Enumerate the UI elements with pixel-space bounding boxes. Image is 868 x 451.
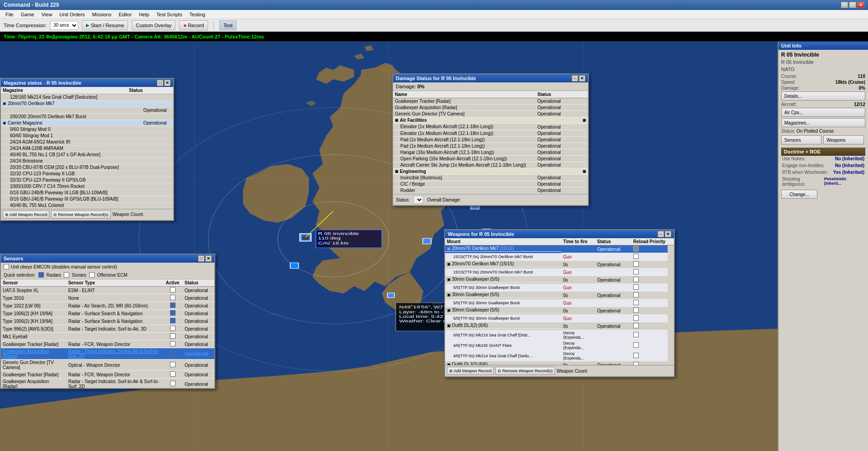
table-row[interactable]: ▣30mm Goalkeeper (5/5) 0s Operational bbox=[445, 292, 674, 299]
menu-help[interactable]: Help bbox=[135, 11, 153, 18]
table-row[interactable]: CIC / BridgeOperational bbox=[393, 181, 588, 187]
menu-editor[interactable]: Editor bbox=[115, 11, 135, 18]
priority-checkbox[interactable] bbox=[633, 362, 639, 365]
minimize-btn[interactable]: ─ bbox=[841, 2, 848, 8]
table-row[interactable]: Type 2016NoneOperational bbox=[1, 294, 214, 302]
table-row[interactable]: Open Parking (16x Medium Aircraft (12.1-… bbox=[393, 155, 588, 162]
active-checkbox[interactable] bbox=[170, 341, 175, 346]
menu-testing[interactable]: Testing bbox=[186, 11, 209, 18]
table-row[interactable]: UAT-5 Sceptre XLESM - ELINTOperational bbox=[1, 287, 214, 294]
damage-status-select[interactable] bbox=[413, 196, 423, 204]
active-checkbox[interactable] bbox=[170, 318, 175, 323]
magazine-scroll[interactable]: 128/160 Mk214 Sea Gnat Chaff [Seduction]… bbox=[1, 94, 173, 209]
magazines-btn[interactable]: Magazines... bbox=[781, 118, 865, 127]
table-row[interactable]: 15/15(TTF:0s) 20mm/70 Oerlikon Mk7 Burst… bbox=[445, 269, 674, 276]
priority-checkbox[interactable] bbox=[633, 269, 639, 274]
weapons-close-btn[interactable]: ✕ bbox=[665, 231, 671, 237]
table-row[interactable]: 0/16 GBU-24E/B Paveway III GPS/LGB [BLU-… bbox=[1, 196, 173, 202]
maximize-btn[interactable]: □ bbox=[849, 2, 856, 8]
table-row[interactable]: ▣Outfit DLJ(2) (6/6) 0s Operational bbox=[445, 361, 674, 365]
menu-view[interactable]: View bbox=[38, 11, 56, 18]
table-row[interactable]: Goalkeeper Acquisition [Radar]Radar - Ta… bbox=[1, 348, 214, 360]
table-row[interactable]: 15/15(TTF:0s) 20mm/70 Oerlikon Mk7 Burst… bbox=[445, 253, 674, 261]
table-row[interactable]: 128/160 Mk214 Sea Gnat Chaff [Seduction] bbox=[1, 94, 173, 101]
air-cps-btn[interactable]: Air Cps... bbox=[781, 108, 865, 117]
priority-checkbox[interactable] bbox=[633, 300, 639, 305]
table-row[interactable]: 60/60 Stingray Mod 1 bbox=[1, 132, 173, 139]
menu-file[interactable]: File bbox=[2, 11, 17, 18]
table-row[interactable]: Elevator (1x Medium Aircraft (12.1-18m L… bbox=[393, 130, 588, 136]
time-compression-select[interactable]: 30 secs 1 min 5 mins 15 mins 1 hr bbox=[50, 21, 78, 30]
table-row[interactable]: Elevator (1x Medium Aircraft (12.1-18m L… bbox=[393, 124, 588, 130]
active-checkbox[interactable] bbox=[170, 381, 175, 386]
table-row[interactable]: Goalkeeper Acquisition [Radar]Operationa… bbox=[393, 105, 588, 111]
priority-checkbox[interactable] bbox=[633, 353, 639, 358]
table-row[interactable]: Goalkeeper Tracker [Radar]Radar - FCR, W… bbox=[1, 341, 214, 348]
table-row[interactable]: Goalkeeper Acquisition [Radar]Radar - Ta… bbox=[1, 379, 214, 389]
table-row[interactable]: 32/32 CPU-123 Paveway II GPS/LGB bbox=[1, 177, 173, 183]
magazine-restore-btn[interactable]: □ bbox=[157, 80, 163, 86]
weapons-btn[interactable]: Weapons bbox=[823, 135, 863, 144]
table-row[interactable]: ▣Carrier MagazineOperational bbox=[1, 120, 173, 126]
table-row[interactable]: 200/200 20mm/70 Oerlikon Mk7 Burst bbox=[1, 113, 173, 120]
table-row[interactable]: ▣Outfit DLJ(2) (6/6) 0s Operational bbox=[445, 322, 674, 330]
table-row[interactable]: 5/5(TTF:0s) 30mm Goalkeeper Burst Gun bbox=[445, 315, 674, 322]
damage-close-btn[interactable]: ✕ bbox=[579, 75, 585, 82]
menu-test-scripts[interactable]: Test Scripts bbox=[153, 11, 186, 18]
weapons-scroll[interactable]: Mount Time to fire Status Reload Priorit… bbox=[445, 238, 674, 365]
active-checkbox[interactable] bbox=[170, 371, 175, 377]
test-btn[interactable]: Test bbox=[219, 20, 237, 30]
sensors-restore-btn[interactable]: □ bbox=[198, 255, 204, 262]
table-row[interactable]: 24/24 AGM-65G2 Maverick IR bbox=[1, 139, 173, 145]
table-row[interactable]: ▣30mm Goalkeeper (5/5) 0s Operational bbox=[445, 307, 674, 315]
priority-checkbox[interactable] bbox=[633, 277, 639, 282]
table-row[interactable]: ▣Engineering▣ bbox=[393, 168, 588, 175]
details-btn[interactable]: Details... bbox=[781, 91, 865, 101]
active-checkbox[interactable] bbox=[170, 310, 175, 316]
menu-missions[interactable]: Missions bbox=[89, 11, 115, 18]
sensors-btn[interactable]: Sensors bbox=[781, 135, 821, 144]
priority-checkbox[interactable] bbox=[633, 342, 639, 348]
table-row[interactable]: 4/6(TTF:0s) Mk214 Sea Gnat Chaff [Sedu..… bbox=[445, 351, 674, 361]
active-checkbox[interactable] bbox=[170, 362, 175, 367]
table-row[interactable]: ▣20mm/70 Oerlikon Mk7 bbox=[1, 101, 173, 107]
table-row[interactable]: Invincible [Illustrious]Operational bbox=[393, 175, 588, 181]
priority-checkbox[interactable] bbox=[633, 254, 639, 259]
active-checkbox[interactable] bbox=[170, 350, 175, 356]
table-row[interactable]: ▣30mm Goalkeeper (5/5) 0s Operational bbox=[445, 276, 674, 284]
table-row[interactable]: Generic Gun Director [TV Camera]Optical … bbox=[1, 360, 214, 371]
table-row[interactable]: RudderOperational bbox=[393, 187, 588, 194]
table-row[interactable]: Goalkeeper Tracker [Radar]Operational bbox=[393, 98, 588, 105]
table-row[interactable]: Operational bbox=[1, 107, 173, 113]
active-checkbox[interactable] bbox=[170, 302, 175, 308]
table-row[interactable]: 20/20 CBU-87/B CEM [202 x BLU-97/B Dual-… bbox=[1, 164, 173, 170]
table-row[interactable]: 5/5(TTF:0s) 30mm Goalkeeper Burst Gun bbox=[445, 284, 674, 292]
weapons-minimize-btn[interactable]: ─ bbox=[658, 231, 664, 237]
add-weapon-record-btn[interactable]: ⊕ Add Weapon Record bbox=[447, 367, 493, 375]
table-row[interactable]: 24/24 AIM-120B AMRAAM bbox=[1, 145, 173, 151]
table-row[interactable]: Aircraft Carrier Ski Jump (1x Medium Air… bbox=[393, 162, 588, 168]
table-row[interactable]: Goalkeeper Tracker [Radar]Radar - FCR, W… bbox=[1, 371, 214, 379]
table-row[interactable]: 24/24 Brimstone bbox=[1, 158, 173, 164]
menu-game[interactable]: Game bbox=[17, 11, 38, 18]
damage-scroll[interactable]: Name Status Goalkeeper Tracker [Radar]Op… bbox=[393, 91, 588, 194]
custom-overlay-btn[interactable]: Custom Overlay bbox=[132, 20, 175, 30]
priority-checkbox[interactable] bbox=[633, 307, 639, 313]
table-row[interactable]: 32/32 CPU-123 Paveway II LGB bbox=[1, 170, 173, 177]
magazine-close-btn[interactable]: ✕ bbox=[164, 80, 171, 86]
priority-checkbox[interactable] bbox=[633, 323, 639, 328]
table-row[interactable]: 0/16 GBU-24B/B Paveway III LGB [BLU-109A… bbox=[1, 189, 173, 196]
table-row[interactable]: ▣20mm/70 Oerlikon Mk7 (15/15) 0s Operati… bbox=[445, 261, 674, 269]
table-row[interactable]: Generic Gun Director [TV Camera]Operatio… bbox=[393, 111, 588, 117]
table-row[interactable]: 1000/1000 CRV-7 C14 70mm Rocket bbox=[1, 183, 173, 189]
priority-checkbox[interactable] bbox=[633, 246, 639, 251]
damage-minimize-btn[interactable]: ─ bbox=[572, 75, 578, 82]
table-row[interactable]: Hangar (16x Medium Aircraft (12.1-18m Lo… bbox=[393, 149, 588, 155]
priority-checkbox[interactable] bbox=[633, 332, 639, 337]
active-checkbox[interactable] bbox=[170, 287, 175, 293]
map-area[interactable]: ⬛ R 05 Invincible 110 deg CAV 18.kts bbox=[0, 42, 778, 451]
table-row[interactable]: Type 1006(2) [KH 19/9A]Radar - Surface S… bbox=[1, 317, 214, 325]
emcon-checkbox[interactable] bbox=[4, 264, 9, 269]
table-row[interactable]: Mk1 EyeballOperational bbox=[1, 333, 214, 341]
table-row[interactable]: 5/5(TTF:0s) 30mm Goalkeeper Burst Gun bbox=[445, 299, 674, 307]
